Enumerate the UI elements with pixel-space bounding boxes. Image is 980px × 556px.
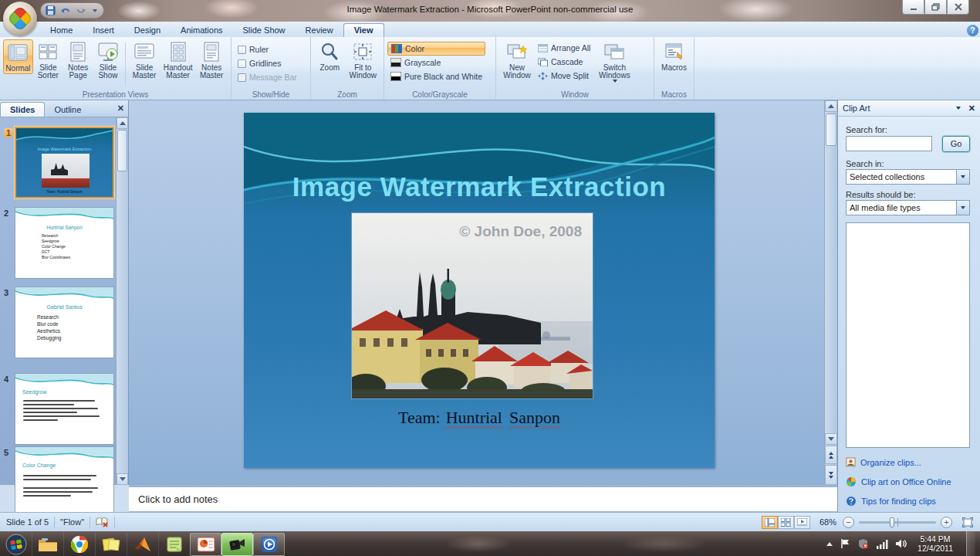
start-button[interactable] bbox=[0, 533, 32, 556]
taskbar-matlab-button[interactable] bbox=[127, 533, 158, 556]
grayscale-button[interactable]: Grayscale bbox=[387, 56, 485, 70]
cascade-button[interactable]: Cascade bbox=[535, 55, 593, 69]
tab-home[interactable]: Home bbox=[40, 24, 83, 37]
zoom-out-button[interactable]: − bbox=[843, 517, 854, 528]
taskbar-clock[interactable]: 5:44 PM 12/4/2011 bbox=[917, 534, 953, 553]
color-button[interactable]: Color bbox=[387, 42, 485, 56]
scroll-up-button[interactable] bbox=[117, 117, 128, 129]
action-center-flag-icon[interactable] bbox=[840, 538, 850, 549]
tab-review[interactable]: Review bbox=[296, 24, 343, 37]
search-in-label: Search in: bbox=[846, 159, 884, 168]
office-button[interactable] bbox=[3, 2, 37, 36]
tab-view[interactable]: View bbox=[343, 23, 384, 37]
slide-thumbnail-5[interactable]: Color Change bbox=[15, 446, 114, 518]
zoom-button[interactable]: Zoom bbox=[314, 39, 346, 73]
slide-title-text[interactable]: Image Watermark Extraction bbox=[244, 171, 715, 202]
slide-thumbnail-3[interactable]: Gabriel Santos Research Blur code Aesthe… bbox=[15, 286, 114, 358]
taskbar-media-player-button[interactable] bbox=[253, 533, 285, 556]
taskbar-explorer-button[interactable] bbox=[32, 533, 63, 556]
notes-placeholder[interactable]: Click to add notes bbox=[138, 493, 218, 505]
tab-animations[interactable]: Animations bbox=[171, 24, 232, 37]
macros-button[interactable]: Macros bbox=[657, 39, 691, 73]
tab-slide-show[interactable]: Slide Show bbox=[233, 24, 296, 37]
switch-windows-button[interactable]: Switch Windows bbox=[593, 39, 635, 83]
scroll-down-button[interactable] bbox=[117, 473, 128, 485]
scroll-up-button[interactable] bbox=[825, 100, 837, 112]
pure-black-white-button[interactable]: Pure Black and White bbox=[387, 70, 485, 83]
slide-thumbnail-1[interactable]: Image Watermark Extraction Team: Huntria… bbox=[15, 127, 114, 198]
slide-show-button[interactable]: Slide Show bbox=[93, 39, 123, 80]
notes-page-button[interactable]: Notes Page bbox=[63, 39, 93, 80]
tips-finding-clips-link[interactable]: Tips for finding clips bbox=[846, 496, 936, 507]
arrange-all-button[interactable]: Arrange All bbox=[535, 41, 593, 55]
close-button[interactable] bbox=[947, 0, 969, 15]
slide-thumbnail-2[interactable]: Huntrial Sanpon Research Seedgrow Color … bbox=[15, 207, 114, 279]
ruler-checkbox[interactable]: Ruler bbox=[235, 42, 300, 56]
taskbar-chrome-button[interactable] bbox=[63, 533, 95, 556]
slide-thumbnail-4[interactable]: Seedgrow bbox=[15, 373, 114, 445]
slide-sorter-button[interactable]: Slide Sorter bbox=[33, 39, 63, 80]
slide-show-icon bbox=[97, 41, 119, 63]
slide-master-button[interactable]: Slide Master bbox=[128, 39, 161, 80]
office-logo-icon bbox=[7, 5, 33, 32]
results-dropdown[interactable]: All media file types bbox=[846, 200, 970, 215]
dropdown-button[interactable] bbox=[956, 170, 969, 184]
next-slide-button[interactable] bbox=[825, 465, 837, 485]
fit-slide-to-window-button[interactable] bbox=[960, 516, 975, 529]
slide-canvas[interactable]: Image Watermark Extraction bbox=[244, 113, 715, 468]
slide-photo[interactable]: © John Doe, 2008 © John Doe, 2008 bbox=[352, 213, 593, 398]
volume-icon[interactable] bbox=[895, 538, 907, 549]
zoom-slider[interactable] bbox=[859, 521, 936, 524]
pane-close-icon[interactable]: ✕ bbox=[117, 103, 124, 114]
go-button[interactable]: Go bbox=[942, 136, 970, 152]
spellcheck-icon[interactable] bbox=[96, 517, 109, 527]
statusbar-normal-view-button[interactable] bbox=[762, 516, 778, 529]
restore-button[interactable] bbox=[924, 0, 947, 15]
statusbar-slide-sorter-button[interactable] bbox=[778, 516, 794, 529]
scrollbar-thumb[interactable] bbox=[826, 114, 836, 146]
pane-close-icon[interactable]: ✕ bbox=[968, 103, 975, 114]
thumb-text-lines bbox=[15, 398, 103, 423]
taskbar-sticky-notes-button[interactable] bbox=[95, 533, 127, 556]
help-button[interactable]: ? bbox=[967, 25, 978, 36]
move-split-button[interactable]: Move Split bbox=[535, 69, 593, 83]
tab-design[interactable]: Design bbox=[124, 24, 171, 37]
tray-expand-icon[interactable] bbox=[826, 542, 833, 546]
tab-insert[interactable]: Insert bbox=[83, 24, 124, 37]
taskbar-screen-recorder-button[interactable] bbox=[221, 533, 253, 556]
zoom-in-button[interactable]: + bbox=[941, 517, 952, 528]
network-signal-icon[interactable] bbox=[876, 539, 888, 549]
show-desktop-button[interactable] bbox=[966, 531, 975, 556]
taskbar-notes-app-button[interactable] bbox=[158, 533, 190, 556]
statusbar-slide-show-button[interactable] bbox=[794, 516, 810, 529]
slides-pane-scrollbar[interactable] bbox=[116, 117, 128, 485]
tab-slides[interactable]: Slides bbox=[0, 102, 45, 117]
taskbar-powerpoint-button[interactable] bbox=[190, 533, 221, 556]
zoom-slider-thumb[interactable] bbox=[890, 517, 894, 527]
normal-view-button[interactable]: Normal bbox=[3, 39, 33, 74]
clip-art-office-online-link[interactable]: Clip art on Office Online bbox=[846, 476, 951, 487]
scroll-down-button[interactable] bbox=[825, 433, 837, 445]
organize-clips-link[interactable]: Organize clips... bbox=[846, 457, 921, 467]
search-for-label: Search for: bbox=[846, 125, 887, 134]
handout-master-button[interactable]: Handout Master bbox=[161, 39, 195, 80]
slide-scrollbar[interactable] bbox=[824, 100, 837, 485]
notes-pane[interactable]: Click to add notes bbox=[129, 485, 837, 512]
pane-menu-icon[interactable] bbox=[956, 107, 961, 110]
previous-slide-button[interactable] bbox=[825, 446, 837, 464]
fit-to-window-button[interactable]: Fit to Window bbox=[346, 39, 380, 80]
clip-art-results-list[interactable] bbox=[846, 222, 970, 448]
notes-master-button[interactable]: Notes Master bbox=[195, 39, 228, 80]
new-window-button[interactable]: New Window bbox=[499, 39, 535, 80]
team-text[interactable]: Team:HuntrialSanpon bbox=[244, 408, 715, 428]
minimize-button[interactable] bbox=[902, 0, 924, 15]
titlebar: Image Watermark Extraction - Microsoft P… bbox=[0, 0, 980, 22]
search-input[interactable] bbox=[846, 136, 932, 151]
dropdown-button[interactable] bbox=[956, 201, 969, 215]
tab-outline[interactable]: Outline bbox=[45, 103, 90, 117]
theme-wave-decoration bbox=[15, 287, 113, 304]
security-alert-icon[interactable] bbox=[857, 538, 869, 549]
search-in-dropdown[interactable]: Selected collections bbox=[846, 169, 970, 185]
gridlines-checkbox[interactable]: Gridlines bbox=[235, 56, 300, 70]
scrollbar-thumb[interactable] bbox=[117, 130, 127, 171]
